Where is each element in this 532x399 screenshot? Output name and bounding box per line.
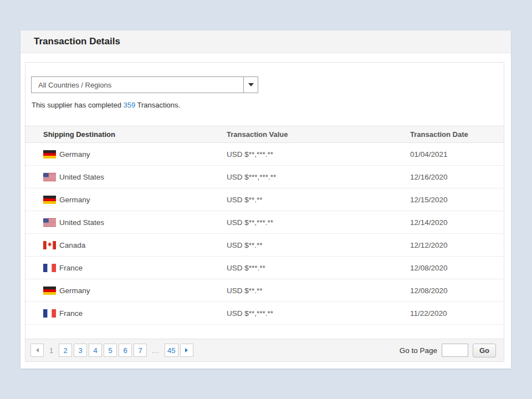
pagination-ellipsis: ... xyxy=(152,346,160,355)
table-footer: 1 2 3 4 5 6 7 ... 45 Go to Page Go xyxy=(25,339,504,361)
table-row: Germany USD $**.** 12/08/2020 xyxy=(25,279,504,302)
country-flag-icon xyxy=(43,150,56,158)
prev-page-icon xyxy=(36,348,39,352)
page-link-3[interactable]: 3 xyxy=(74,344,87,357)
country-flag-icon xyxy=(43,196,56,204)
transaction-value: USD $**.** xyxy=(227,241,410,249)
page-link-last[interactable]: 45 xyxy=(165,344,178,357)
current-page: 1 xyxy=(49,346,53,355)
table-row: France USD $**,***.** 11/22/2020 xyxy=(25,302,504,325)
country-name: Germany xyxy=(59,150,90,158)
prev-page-button[interactable] xyxy=(30,344,44,357)
transaction-value: USD $**,***.** xyxy=(227,150,410,158)
page-link-6[interactable]: 6 xyxy=(119,344,132,357)
column-header-transaction-value: Transaction Value xyxy=(227,130,410,139)
table-row: Canada USD $**.** 12/12/2020 xyxy=(25,234,504,257)
go-button[interactable]: Go xyxy=(473,344,496,357)
country-filter-value: All Countries / Regions xyxy=(32,81,111,89)
transaction-date: 12/14/2020 xyxy=(410,218,504,227)
country-filter-dropdown-button[interactable] xyxy=(243,77,258,93)
table-row: Germany USD $**.** 12/15/2020 xyxy=(25,188,504,211)
country-name: United States xyxy=(59,173,104,181)
page-link-2[interactable]: 2 xyxy=(59,344,72,357)
table-row: United States USD $***,***.** 12/16/2020 xyxy=(25,166,504,188)
panel-header: Transaction Details xyxy=(21,30,511,53)
transaction-date: 12/08/2020 xyxy=(410,264,504,272)
transaction-value: USD $***.** xyxy=(227,264,410,272)
table-row: Germany USD $**,***.** 01/04/2021 xyxy=(25,143,504,166)
page-link-5[interactable]: 5 xyxy=(104,344,117,357)
country-flag-icon xyxy=(43,309,56,318)
transaction-value: USD $**.** xyxy=(227,196,410,204)
country-flag-icon xyxy=(43,287,56,295)
transaction-date: 12/08/2020 xyxy=(410,287,504,295)
transaction-date: 11/22/2020 xyxy=(410,309,504,318)
column-header-transaction-date: Transaction Date xyxy=(410,130,504,139)
page-title: Transaction Details xyxy=(34,36,120,47)
country-flag-icon xyxy=(43,173,56,181)
transaction-value: USD $**.** xyxy=(227,287,410,295)
pagination: 1 2 3 4 5 6 7 ... 45 xyxy=(30,344,193,357)
country-flag-icon xyxy=(43,241,56,249)
column-header-shipping-destination: Shipping Destination xyxy=(43,130,227,139)
transaction-value: USD $***,***.** xyxy=(227,173,410,181)
transaction-date: 12/15/2020 xyxy=(410,196,504,204)
panel-body: All Countries / Regions This supplier ha… xyxy=(25,62,504,362)
table-row: France USD $***.** 12/08/2020 xyxy=(25,257,504,279)
country-name: France xyxy=(59,309,83,318)
transactions-summary: This supplier has completed 359 Transact… xyxy=(32,101,504,109)
country-flag-icon xyxy=(43,218,56,227)
country-name: Germany xyxy=(59,287,90,295)
transaction-date: 12/16/2020 xyxy=(410,173,504,181)
page-link-7[interactable]: 7 xyxy=(134,344,147,357)
summary-prefix: This supplier has completed xyxy=(32,101,121,109)
country-name: Canada xyxy=(59,241,85,249)
transaction-details-panel: Transaction Details All Countries / Regi… xyxy=(21,30,511,369)
goto-page-input[interactable] xyxy=(442,344,468,357)
country-flag-icon xyxy=(43,264,56,272)
transaction-value: USD $**,***.** xyxy=(227,309,410,318)
country-name: Germany xyxy=(59,196,90,204)
transaction-date: 01/04/2021 xyxy=(410,150,504,158)
table-row: United States USD $**,***.** 12/14/2020 xyxy=(25,211,504,234)
goto-page-label: Go to Page xyxy=(400,346,437,355)
transaction-date: 12/12/2020 xyxy=(410,241,504,249)
country-name: France xyxy=(59,264,83,272)
next-page-icon xyxy=(185,348,188,352)
goto-page-group: Go to Page Go xyxy=(400,344,496,357)
summary-suffix: Transactions. xyxy=(137,101,181,109)
next-page-button[interactable] xyxy=(180,344,193,357)
page-link-4[interactable]: 4 xyxy=(89,344,102,357)
table-header-row: Shipping Destination Transaction Value T… xyxy=(25,126,504,143)
country-name: United States xyxy=(59,218,104,227)
country-filter-dropdown[interactable]: All Countries / Regions xyxy=(31,76,258,93)
transaction-value: USD $**,***.** xyxy=(227,218,410,227)
transactions-count: 359 xyxy=(123,101,135,109)
chevron-down-icon xyxy=(248,83,254,86)
